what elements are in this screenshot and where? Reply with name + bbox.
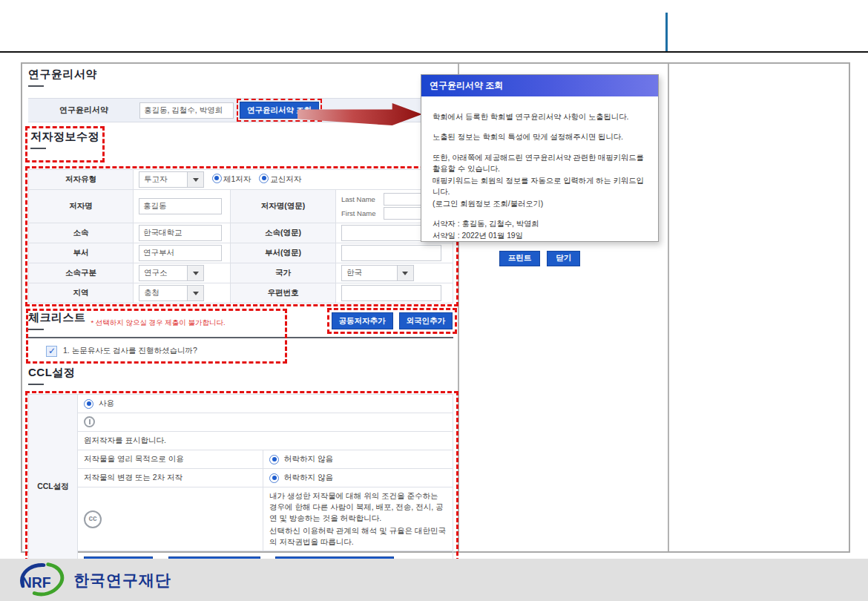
modal-signer: 서약자 : 홍길동, 김철수, 박영희 [433, 218, 647, 229]
ccl-use-radio[interactable] [84, 399, 93, 409]
author-name-label: 저자명 [29, 190, 134, 223]
affiliation-type-label: 소속구분 [29, 263, 134, 283]
author-type-value: 투고자 [139, 174, 172, 185]
author-name-en-label: 저자명(영문) [230, 190, 335, 223]
print-button[interactable]: 프린트 [499, 251, 541, 266]
first-author-radio-label: 제1저자 [223, 174, 251, 183]
ccl-title-underline [28, 384, 44, 385]
author-section-title: 저자정보수정 [30, 130, 99, 144]
pledge-search-modal: 연구윤리서약 조회 학회에서 등록한 학회별 연구윤리서약 사항이 노출됩니다.… [421, 74, 659, 242]
affiliation-label: 소속 [29, 223, 134, 243]
chevron-down-icon [193, 272, 199, 275]
dropdown-arrow-button[interactable] [397, 266, 413, 280]
corresponding-author-radio[interactable] [259, 174, 269, 183]
table-row: 내가 생성한 저작물에 대해 위의 조건을 준수하는 경우에 한해 다른 사람이… [29, 487, 453, 551]
country-label: 국가 [230, 263, 335, 283]
cc-icon [84, 510, 102, 528]
table-row [29, 413, 453, 432]
dropdown-arrow-button[interactable] [187, 266, 203, 280]
affiliation-en-label: 소속(영문) [230, 223, 335, 243]
affiliation-type-dropdown[interactable]: 연구소 [139, 265, 204, 281]
dropdown-arrow-button[interactable] [187, 286, 203, 300]
table-row: 소속구분 연구소 국가 한국 [29, 263, 453, 283]
author-table: 저자유형 투고자 제1저자 교신저자 [28, 169, 453, 303]
commercial-not-allowed-radio[interactable] [269, 455, 279, 464]
chevron-down-icon [193, 178, 199, 182]
department-input[interactable] [139, 245, 222, 261]
modal-line-1: 학회에서 등록한 학회별 연구윤리서약 사항이 노출됩니다. [433, 111, 647, 122]
author-section-title-annotation: 저자정보수정 [25, 126, 105, 162]
department-label: 부서 [29, 243, 134, 263]
table-row: 저자명 저자명(영문) Last Name First Name [29, 190, 453, 223]
top-vertical-divider [665, 13, 668, 51]
cc-statement-2: 선택하신 이용허락 관계의 해석 및 규율은 대한민국의 저작권법을 따릅니다. [269, 525, 447, 548]
organization-name: 한국연구재단 [73, 570, 171, 591]
ccl-use-label: 사용 [99, 398, 114, 409]
modal-date: 서약일 : 2022년 01월 19일 [433, 230, 647, 241]
top-divider [0, 51, 868, 53]
department-en-label: 부서(영문) [230, 243, 335, 263]
region-dropdown[interactable]: 충청 [139, 285, 204, 301]
author-name-input[interactable] [139, 198, 222, 214]
ccl-section-title-block: CCL설정 [28, 366, 456, 385]
ccl-table-annotation: CCL설정 사용 원저작자를 표시합니다. 저작물을 영리 목적으로 이용 [28, 394, 456, 579]
affiliation-input[interactable] [139, 225, 222, 241]
title-underline [28, 85, 44, 87]
checklist-title-underline [28, 329, 44, 330]
pledge-input[interactable] [139, 102, 234, 119]
first-author-radio[interactable] [212, 174, 222, 183]
similarity-check-checkbox[interactable] [46, 346, 57, 357]
section-divider [28, 337, 453, 338]
add-coauthor-button[interactable]: 공동저자추가 [332, 312, 393, 329]
cc-statement-1: 내가 생성한 저작물에 대해 위의 조건을 준수하는 경우에 한해 다른 사람이… [269, 490, 447, 525]
checklist-item: 1. 논문유사도 검사를 진행하셨습니까? [46, 345, 456, 357]
last-name-label: Last Name [341, 195, 380, 203]
cc-by-icon [84, 416, 95, 427]
table-row: 저자유형 투고자 제1저자 교신저자 [29, 170, 453, 190]
author-type-dropdown[interactable]: 투고자 [139, 171, 204, 188]
ccl-section-title: CCL설정 [28, 366, 456, 380]
modal-line-3: 또한, 아래쪽에 제공해드린 연구윤리서약 관련한 매핑키워드를 활용할 수 있… [433, 152, 647, 175]
footer: NRF 한국연구재단 [0, 559, 868, 601]
panel-divider-right [668, 64, 669, 551]
table-row: 지역 충청 우편번호 [29, 283, 453, 303]
derivative-not-allowed-radio[interactable] [269, 473, 279, 483]
first-name-label: First Name [341, 209, 380, 217]
nrf-logo-text: NRF [22, 574, 51, 590]
table-row: 원저작자를 표시합니다. [29, 432, 453, 450]
modal-line-4: 매핑키워드는 회원의 정보를 자동으로 입력하게 하는 키워드입니다. [433, 175, 647, 198]
dropdown-arrow-button[interactable] [187, 172, 203, 187]
corresponding-author-radio-label: 교신저자 [270, 174, 301, 183]
author-table-annotation: 저자유형 투고자 제1저자 교신저자 [28, 169, 456, 303]
ccl-header-cell: CCL설정 [29, 395, 78, 579]
attribution-note: 원저작자를 표시합니다. [78, 432, 453, 450]
author-type-label: 저자유형 [29, 170, 134, 190]
pledge-label: 연구윤리서약 [28, 105, 139, 116]
derivative-label: 저작물의 변경 또는 2차 저작 [78, 469, 263, 487]
checklist-section: 체크리스트* 선택하지 않으실 경우 제출이 불가합니다. 공동저자추가 외국인… [28, 311, 456, 357]
modal-line-2: 노출된 정보는 학회의 특성에 맞게 설정해주시면 됩니다. [433, 131, 647, 142]
region-label: 지역 [29, 283, 134, 303]
region-value: 충청 [139, 288, 164, 298]
country-value: 한국 [342, 268, 366, 278]
zip-label: 우편번호 [230, 283, 335, 303]
table-row: CCL설정 사용 [29, 395, 453, 413]
close-button[interactable]: 닫기 [547, 251, 580, 266]
table-row: 저작물을 영리 목적으로 이용 허락하지 않음 [29, 450, 453, 469]
page-title: 연구윤리서약 [28, 68, 456, 82]
checklist-required-note: * 선택하지 않으실 경우 제출이 불가합니다. [91, 318, 226, 326]
commercial-not-allowed-label: 허락하지 않음 [284, 454, 333, 464]
ccl-table: CCL설정 사용 원저작자를 표시합니다. 저작물을 영리 목적으로 이용 [28, 394, 453, 579]
nrf-logo-icon: NRF [16, 562, 67, 598]
commercial-use-label: 저작물을 영리 목적으로 이용 [78, 450, 263, 469]
author-title-underline [30, 148, 46, 149]
table-row: 저작물의 변경 또는 2차 저작 허락하지 않음 [29, 469, 453, 487]
zip-input[interactable] [341, 285, 441, 301]
page: 연구윤리서약 연구윤리서약 연구윤리서약 조회 저자정보수정 저자유형 [0, 0, 868, 601]
country-dropdown[interactable]: 한국 [341, 265, 414, 281]
form-panel: 연구윤리서약 연구윤리서약 연구윤리서약 조회 저자정보수정 저자유형 [28, 68, 456, 601]
add-foreigner-button[interactable]: 외국인추가 [399, 312, 453, 329]
table-row: 소속 소속(영문) [29, 223, 453, 243]
affiliation-type-value: 연구소 [139, 268, 172, 278]
modal-line-5: (로그인 회원정보 조회/불러오기) [433, 198, 647, 209]
